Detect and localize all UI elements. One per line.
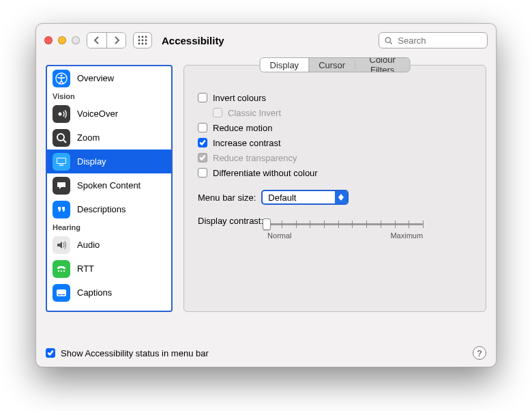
svg-point-5: [145, 40, 147, 42]
tty-icon: [53, 260, 70, 278]
search-field[interactable]: [379, 32, 488, 48]
check-icon: [47, 350, 54, 356]
svg-point-0: [138, 36, 141, 38]
svg-rect-20: [61, 270, 62, 272]
display-contrast-label: Display contrast:: [198, 216, 263, 226]
display-contrast-row: Display contrast:: [198, 216, 472, 240]
nav-back-forward: [87, 32, 126, 48]
forward-button[interactable]: [106, 33, 125, 48]
sidebar-section-hearing: Hearing: [47, 221, 171, 233]
zoom-window-button[interactable]: [72, 36, 80, 44]
show-status-label: Show Accessibility status in menu bar: [61, 348, 209, 358]
show-status-checkbox[interactable]: [46, 348, 55, 358]
sidebar-scroll[interactable]: Overview Vision VoiceOver Zoom: [47, 66, 171, 311]
sidebar-item-audio[interactable]: Audio: [47, 233, 171, 257]
quote-icon: [53, 201, 70, 218]
svg-rect-24: [62, 294, 65, 295]
search-input[interactable]: [396, 35, 482, 46]
increase-contrast-checkbox[interactable]: [198, 138, 207, 147]
tab-cursor[interactable]: Cursor: [308, 58, 355, 72]
svg-point-12: [60, 74, 62, 76]
accessibility-icon: [53, 70, 70, 87]
check-icon: [199, 139, 206, 146]
close-window-button[interactable]: [44, 36, 53, 44]
sidebar-item-voiceover[interactable]: VoiceOver: [47, 102, 171, 126]
back-button[interactable]: [87, 33, 106, 48]
titlebar: Accessibility: [36, 24, 496, 57]
sidebar-item-descriptions[interactable]: Descriptions: [47, 197, 171, 221]
svg-point-13: [59, 112, 62, 115]
search-icon: [385, 36, 392, 45]
panel-tabs: Display Cursor Colour Filters: [260, 57, 411, 72]
differentiate-checkbox[interactable]: [198, 168, 207, 178]
svg-point-3: [138, 40, 141, 42]
svg-point-4: [142, 40, 144, 42]
window-title: Accessibility: [162, 35, 224, 46]
invert-colours-row: Invert colours: [198, 90, 472, 105]
invert-colours-checkbox[interactable]: [198, 93, 207, 102]
svg-line-15: [63, 140, 66, 143]
svg-rect-18: [59, 165, 63, 166]
category-sidebar: Overview Vision VoiceOver Zoom: [46, 65, 173, 312]
footer: Show Accessibility status in menu bar ?: [36, 343, 496, 367]
svg-rect-21: [63, 270, 65, 272]
classic-invert-label: Classic Invert: [228, 108, 281, 118]
sidebar-item-label: Spoken Content: [77, 180, 141, 190]
sidebar-item-label: Zoom: [77, 132, 100, 143]
slider-knob[interactable]: [263, 218, 271, 230]
differentiate-row: Differentiate without colour: [198, 165, 472, 180]
menu-bar-size-label: Menu bar size:: [198, 193, 256, 203]
invert-colours-label: Invert colours: [213, 93, 266, 103]
classic-invert-checkbox: [213, 108, 222, 117]
chevron-left-icon: [93, 36, 100, 44]
classic-invert-row: Classic Invert: [198, 105, 472, 120]
reduce-motion-label: Reduce motion: [213, 123, 272, 133]
reduce-motion-checkbox[interactable]: [198, 123, 207, 132]
tab-display[interactable]: Display: [261, 58, 309, 72]
increase-contrast-row: Increase contrast: [198, 135, 472, 150]
updown-arrows-icon: [335, 191, 347, 203]
menu-bar-size-select[interactable]: Default: [261, 190, 349, 205]
svg-rect-23: [58, 294, 61, 295]
menu-bar-size-value: Default: [263, 193, 335, 203]
sidebar-item-label: Captions: [77, 287, 112, 298]
svg-point-7: [142, 43, 144, 45]
sidebar-item-rtt[interactable]: RTT: [47, 257, 171, 281]
sidebar-item-captions[interactable]: Captions: [47, 281, 171, 304]
svg-rect-19: [58, 270, 59, 272]
svg-point-2: [145, 36, 147, 38]
sidebar-item-zoom[interactable]: Zoom: [47, 126, 171, 150]
body: Overview Vision VoiceOver Zoom: [36, 57, 496, 343]
sidebar-item-label: Overview: [77, 73, 114, 83]
sidebar-item-overview[interactable]: Overview: [47, 66, 171, 90]
display-contrast-slider[interactable]: [267, 217, 423, 231]
slider-min-label: Normal: [267, 231, 291, 240]
menu-bar-size-row: Menu bar size: Default: [198, 190, 472, 205]
sidebar-item-display[interactable]: Display: [47, 150, 171, 173]
slider-max-label: Maximum: [390, 231, 423, 240]
chevron-right-icon: [113, 36, 120, 44]
svg-point-8: [145, 43, 147, 45]
window-controls: [44, 36, 80, 44]
sidebar-item-label: Descriptions: [77, 204, 126, 214]
svg-line-10: [390, 42, 391, 43]
svg-rect-17: [57, 158, 65, 163]
help-button[interactable]: ?: [473, 346, 486, 360]
grid-icon: [138, 36, 147, 45]
sidebar-item-label: VoiceOver: [77, 109, 118, 119]
settings-panel: Display Cursor Colour Filters Invert col…: [183, 65, 486, 312]
reduce-transparency-row: Reduce transparency: [198, 150, 472, 165]
sidebar-item-label: RTT: [77, 264, 94, 274]
speaker-icon: [53, 236, 70, 254]
show-all-button[interactable]: [133, 32, 152, 48]
differentiate-label: Differentiate without colour: [213, 168, 318, 178]
svg-point-6: [138, 43, 141, 45]
minimize-window-button[interactable]: [58, 36, 66, 44]
sidebar-item-label: Display: [77, 156, 106, 167]
tab-colour-filters[interactable]: Colour Filters: [355, 58, 410, 72]
accessibility-preferences-window: Accessibility Overview Vision: [35, 23, 497, 367]
voiceover-icon: [53, 105, 70, 123]
sidebar-section-vision: Vision: [47, 90, 171, 102]
sidebar-item-spoken-content[interactable]: Spoken Content: [47, 173, 171, 197]
reduce-motion-row: Reduce motion: [198, 120, 472, 135]
